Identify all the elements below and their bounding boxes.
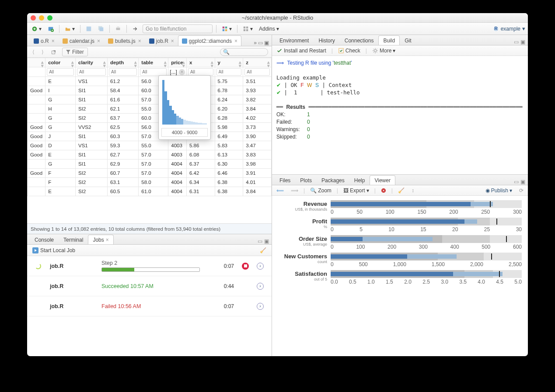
pane-tab[interactable]: Terminal (59, 235, 88, 244)
back-button[interactable]: ⟸ (275, 187, 286, 194)
pane-tab[interactable]: Environment (275, 35, 314, 45)
export-button[interactable]: 🖼 Export ▾ (342, 187, 371, 194)
column-filter-input[interactable] (47, 68, 74, 76)
save-all-button[interactable] (96, 25, 106, 33)
column-header[interactable]: clarity▴▾ (76, 58, 108, 67)
remove-button[interactable] (379, 187, 388, 194)
table-row[interactable]: GSI162.957.040046.376.303.98 (28, 160, 272, 169)
pane-tab[interactable]: Build (378, 35, 400, 45)
sync-button[interactable]: ↕ (410, 187, 416, 194)
table-row[interactable]: GoodFSI260.757.040046.426.463.91 (28, 169, 272, 178)
build-tools-button[interactable]: ▾ (220, 25, 234, 33)
maximize-pane-button[interactable]: ▣ (520, 179, 525, 185)
column-filter-input[interactable] (77, 68, 106, 76)
pane-tab[interactable]: Plots (295, 175, 317, 185)
minimize-window-button[interactable] (39, 15, 44, 21)
pane-tab[interactable]: History (314, 35, 339, 45)
pane-tab[interactable]: Jobs × (88, 235, 113, 244)
close-icon[interactable]: × (234, 38, 237, 44)
editor-tab[interactable]: job.R× (145, 35, 178, 46)
table-row[interactable]: ESI260.561.040046.316.383.84 (28, 187, 272, 196)
maximize-pane-button[interactable]: ▣ (520, 39, 525, 45)
tabs-overflow-button[interactable]: » (254, 40, 257, 46)
column-header[interactable]: ▴▾ (28, 58, 45, 67)
table-row[interactable]: GSI263.760.06.284.02 (28, 114, 272, 123)
editor-tab[interactable]: ggplot2::diamonds× (178, 35, 241, 46)
column-filter-input[interactable] (244, 68, 270, 76)
column-header[interactable]: color▴▾ (45, 58, 76, 67)
pane-tab[interactable]: Git (400, 35, 416, 45)
table-row[interactable]: GoodISI158.460.06.783.93 (28, 86, 272, 95)
column-filter-input[interactable] (140, 68, 167, 76)
close-icon[interactable]: × (106, 237, 109, 243)
table-row[interactable]: GoodJSI160.357.040026.446.493.90 (28, 132, 272, 141)
maximize-pane-button[interactable]: ▣ (264, 238, 269, 244)
table-row[interactable]: GSI161.657.06.243.82 (28, 95, 272, 104)
new-file-button[interactable]: ▾ (30, 25, 43, 33)
job-row[interactable]: job.RSucceeded 10:57 AM0:44› (27, 276, 272, 296)
check-button[interactable]: Check (336, 47, 362, 55)
pane-tab[interactable]: Viewer (370, 175, 395, 185)
job-row[interactable]: job.RFailed 10:56 AM0:07› (27, 296, 272, 316)
table-row[interactable]: GoodGVVS262.556.05.983.73 (28, 123, 272, 132)
table-row[interactable]: GoodESI162.757.040036.086.133.83 (28, 150, 272, 160)
pane-tab[interactable]: Files (275, 175, 295, 185)
new-project-button[interactable] (46, 25, 56, 33)
column-header[interactable]: price▴▾ (168, 58, 187, 67)
minimize-pane-button[interactable]: ▭ (514, 179, 519, 185)
column-header[interactable]: table▴▾ (139, 58, 168, 67)
more-button[interactable]: More ▾ (370, 47, 397, 55)
clear-button[interactable]: 🧹 (396, 187, 406, 194)
column-filter-input[interactable] (216, 68, 242, 76)
minimize-pane-button[interactable]: ▭ (514, 39, 519, 45)
column-filter-input[interactable] (109, 68, 137, 76)
stop-job-button[interactable] (242, 263, 249, 270)
close-icon[interactable]: × (52, 38, 55, 44)
project-menu[interactable]: R example ▾ (493, 25, 525, 32)
start-job-button[interactable]: Start Local Job (31, 246, 77, 254)
zoom-window-button[interactable] (47, 15, 52, 21)
print-button[interactable] (113, 25, 123, 33)
clear-jobs-button[interactable]: 🧹 (258, 246, 268, 254)
close-icon[interactable]: × (138, 38, 141, 44)
column-header[interactable]: depth▴▾ (108, 58, 139, 67)
pane-tab[interactable]: Connections (340, 35, 379, 45)
editor-tab[interactable]: calendar.js× (59, 35, 104, 46)
table-row[interactable]: FSI263.158.040046.346.384.01 (28, 178, 272, 187)
addins-button[interactable]: Addins ▾ (257, 25, 281, 33)
pane-tab[interactable]: Packages (317, 175, 349, 185)
maximize-pane-button[interactable]: ▣ (264, 40, 269, 46)
zoom-button[interactable]: 🔍 Zoom (308, 187, 333, 194)
minimize-pane-button[interactable]: ▭ (258, 238, 262, 244)
filter-button[interactable]: Filter (62, 48, 88, 56)
data-grid[interactable]: ▴▾color▴▾clarity▴▾depth▴▾table▴▾price▴▾x… (27, 58, 272, 223)
column-header[interactable]: z▴▾ (243, 58, 272, 67)
back-button[interactable]: ⟨ (31, 48, 36, 56)
forward-button[interactable]: ⟩ (40, 48, 45, 56)
install-restart-button[interactable]: Install and Restart (275, 47, 328, 55)
table-row[interactable]: GoodDVS159.355.040035.865.833.47 (28, 141, 272, 150)
job-details-button[interactable]: › (257, 263, 264, 270)
clear-filter-button[interactable]: × (179, 69, 185, 75)
forward-button[interactable]: ⟹ (289, 187, 300, 194)
save-button[interactable] (84, 25, 94, 33)
close-window-button[interactable] (31, 15, 36, 21)
pane-tab[interactable]: Console (30, 235, 59, 244)
job-row[interactable]: job.RStep 20:07› (27, 256, 272, 276)
popout-button[interactable] (49, 48, 59, 56)
price-filter-popover[interactable]: 4000 - 9000 (158, 75, 211, 140)
column-filter-input[interactable] (188, 68, 213, 76)
pane-tab[interactable]: Help (349, 175, 370, 185)
editor-tab[interactable]: bullets.js× (104, 35, 145, 46)
job-details-button[interactable]: › (257, 303, 264, 310)
refresh-button[interactable]: ⟳ (517, 187, 525, 194)
publish-button[interactable]: ◉ Publish ▾ (484, 187, 514, 194)
table-row[interactable]: HSI262.155.06.203.84 (28, 104, 272, 114)
close-icon[interactable]: × (171, 38, 174, 44)
price-filter-input[interactable]: [...]× (170, 69, 185, 75)
open-file-button[interactable]: ▾ (63, 25, 77, 33)
minimize-pane-button[interactable]: ▭ (258, 40, 263, 46)
close-icon[interactable]: × (97, 38, 100, 44)
column-header[interactable]: x▴▾ (186, 58, 215, 67)
job-details-button[interactable]: › (257, 283, 264, 290)
